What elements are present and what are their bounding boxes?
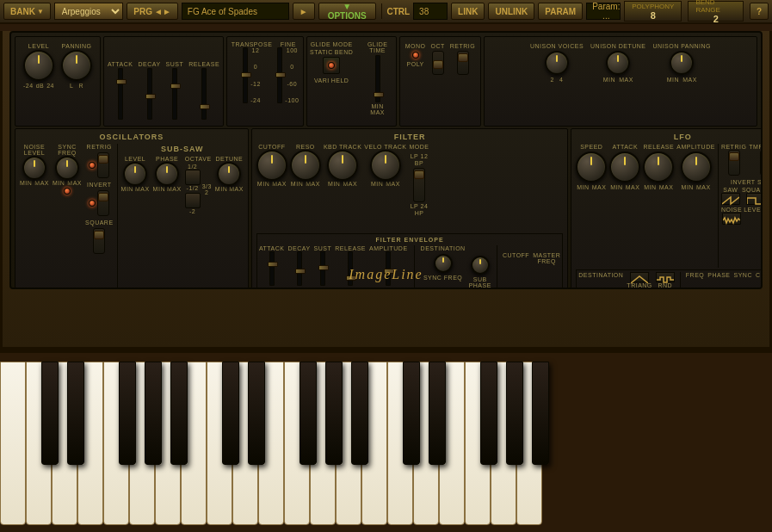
black-key[interactable] xyxy=(351,362,368,465)
black-key[interactable] xyxy=(170,362,188,465)
glide-mode-led xyxy=(328,62,335,69)
sync-freq-col: SYNC FREQ MIN MAX xyxy=(52,144,82,289)
lfo-amplitude-knob[interactable] xyxy=(681,152,712,182)
filter-section: FILTER CUTOFF MIN MAX RESO xyxy=(251,128,568,289)
subsaw-phase: PHASE MIN MAX xyxy=(153,156,182,214)
unison-detune-col: UNISON DETUNE MIN MAX xyxy=(590,43,645,83)
pan-r: R xyxy=(78,83,83,89)
reso-knob[interactable] xyxy=(290,150,321,181)
lfo-amplitude-col: AMPLITUDE MIN MAX xyxy=(676,144,715,268)
lfo-destination-bar: DESTINATION TRIANG xyxy=(576,269,763,289)
black-key[interactable] xyxy=(67,362,84,465)
bank-button[interactable]: BANK ▼ xyxy=(3,3,51,20)
sync-knob[interactable] xyxy=(55,156,79,180)
decay-fader[interactable] xyxy=(147,68,152,120)
oct-toggle[interactable] xyxy=(432,51,444,75)
subsaw-level-knob[interactable] xyxy=(123,162,147,186)
lfo-tmp-sync-toggle[interactable] xyxy=(760,150,763,176)
lfo-rnd-btn[interactable] xyxy=(656,272,675,282)
black-key[interactable] xyxy=(403,362,420,465)
lfo-dest-divider xyxy=(680,272,681,288)
mono-led[interactable] xyxy=(412,52,419,59)
cutoff-knob[interactable] xyxy=(256,150,287,181)
unison-detune-knob[interactable] xyxy=(606,51,630,75)
black-key[interactable] xyxy=(300,362,317,465)
retrig-toggle[interactable] xyxy=(457,51,469,75)
glide-mode-toggle[interactable] xyxy=(323,57,340,74)
black-key[interactable] xyxy=(325,362,343,465)
black-key[interactable] xyxy=(429,362,446,465)
black-key[interactable] xyxy=(145,362,162,465)
osc-title-bar: OSCILLATORS xyxy=(18,132,245,142)
retrig-col: RETRIG xyxy=(450,43,475,77)
lfo-retrig-toggle[interactable] xyxy=(728,150,740,176)
glide-time-fader[interactable] xyxy=(375,55,380,102)
subsaw-detune-knob[interactable] xyxy=(217,162,241,186)
unison-section: UNISON VOICES 2 4 UNISON DETUNE MIN MAX xyxy=(484,36,757,127)
play-button[interactable]: ► xyxy=(293,3,315,20)
decay-label: DECAY xyxy=(139,61,161,67)
noise-knob[interactable] xyxy=(22,156,46,180)
lfo-speed-knob[interactable] xyxy=(576,152,607,182)
lfo-triangle-col: TRIANG xyxy=(627,272,652,288)
unison-panning-col: UNISON PANNING MIN MAX xyxy=(653,43,712,83)
osc-retrig-toggle[interactable] xyxy=(97,152,109,178)
param-button[interactable]: PARAM xyxy=(538,3,583,20)
black-key[interactable] xyxy=(532,362,549,465)
lfo-speed-col: SPEED MIN MAX xyxy=(576,144,607,268)
black-key[interactable] xyxy=(480,362,497,465)
unison-panning-knob[interactable] xyxy=(670,51,694,75)
lfo-retrig-col: RETRIG xyxy=(721,144,746,176)
black-key[interactable] xyxy=(248,362,265,465)
velo-track-knob[interactable] xyxy=(370,150,401,181)
white-key[interactable] xyxy=(0,362,26,525)
fenv-attack-fader[interactable] xyxy=(269,251,275,286)
kbd-track-knob[interactable] xyxy=(327,150,358,181)
lfo-release-knob[interactable] xyxy=(643,152,674,182)
fenv-destination: DESTINATION SYNC FREQ xyxy=(421,245,466,288)
transpose-fader[interactable] xyxy=(243,47,248,103)
lfo-attack-knob[interactable] xyxy=(609,152,640,182)
lfo-square-btn[interactable] xyxy=(746,193,763,205)
level-knob[interactable] xyxy=(23,50,54,81)
black-key[interactable] xyxy=(222,362,239,465)
prg-button[interactable]: PRG ◄► xyxy=(127,3,177,20)
fenv-sync-knob[interactable] xyxy=(434,254,453,273)
lfo-saw-btn[interactable] xyxy=(721,193,740,205)
lfo-triangle-btn[interactable] xyxy=(630,272,649,282)
param-display: Param: ... xyxy=(586,3,621,20)
oct-up-btn[interactable] xyxy=(185,170,201,185)
unison-voices-knob[interactable] xyxy=(545,51,569,75)
fine-fader[interactable] xyxy=(277,47,282,103)
black-key[interactable] xyxy=(119,362,136,465)
fenv-sust-fader[interactable] xyxy=(320,251,325,286)
help-button[interactable]: ? xyxy=(750,3,769,20)
fenv-sub-knob[interactable] xyxy=(471,256,490,275)
osc-toggles-col: RETRIG INVERT xyxy=(85,144,114,289)
fine-col: FINE 100 0 -60 -100 xyxy=(277,41,299,103)
preset-select[interactable]: Arpeggios xyxy=(54,3,124,20)
lfo-controls-right: RETRIG TMP SYNC INVERT SHAPE SAW xyxy=(718,144,763,268)
osc-invert-toggle[interactable] xyxy=(97,190,109,216)
subsaw-phase-knob[interactable] xyxy=(155,162,179,186)
options-button[interactable]: ▼ OPTIONS xyxy=(318,3,376,20)
lfo-noise-btn[interactable] xyxy=(722,213,741,225)
panning-knob[interactable] xyxy=(61,50,92,81)
osc-square-toggle[interactable] xyxy=(93,228,105,254)
subsaw-title: SUB-SAW xyxy=(121,144,244,154)
fenv-sust: SUST xyxy=(314,245,332,288)
black-key[interactable] xyxy=(41,362,59,465)
black-key[interactable] xyxy=(506,362,523,465)
sust-fader[interactable] xyxy=(172,68,177,120)
release-fader[interactable] xyxy=(201,68,207,120)
patch-display: FG Ace of Spades xyxy=(182,3,289,20)
attack-fader[interactable] xyxy=(118,68,123,120)
level-min: -24 xyxy=(23,83,34,89)
fenv-decay-fader[interactable] xyxy=(297,251,302,286)
filter-mode-toggle[interactable] xyxy=(413,168,425,202)
unlink-button[interactable]: UNLINK xyxy=(488,3,534,20)
glide-mode-col: GLIDE MODE STATIC BEND V xyxy=(310,41,353,84)
link-button[interactable]: LINK xyxy=(451,3,485,20)
toolbar: BANK ▼ Arpeggios PRG ◄► FG Ace of Spades… xyxy=(0,0,772,24)
oct-down-btn[interactable] xyxy=(185,193,201,208)
